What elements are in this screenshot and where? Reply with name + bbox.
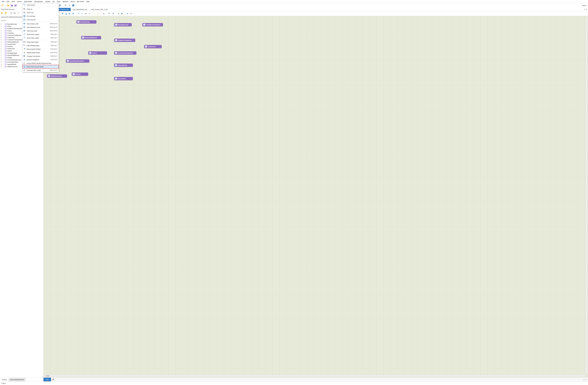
editor-tab[interactable]: DW_Source_DW_3.mdl [89,8,110,11]
diagram-canvas[interactable]: cesStockGroupsBuyingGroupsColdRoomTemper… [43,16,588,378]
tab-data-model-browser[interactable]: Data Model Browser [9,378,26,382]
open-folder-icon[interactable] [7,4,10,7]
expand-icon[interactable]: ⊞ [0,50,2,51]
menu-item-view-element-level[interactable]: View Element LevelShift+Alt+F5 [22,25,59,29]
menu-item-auto-size-all[interactable]: Auto-Size All [22,18,59,22]
rev-eng-icon[interactable] [126,12,129,15]
tab-toolbox[interactable]: Toolbox [0,378,9,382]
connector-2-icon[interactable] [97,12,100,15]
menu-virtualization[interactable]: Virtualization [33,0,44,3]
menu-item-fit-to-screen[interactable]: Fit to Screen [22,14,59,18]
close-icon[interactable]: ✕ [17,12,20,15]
tree-view[interactable]: ⊞┈BuyingGroups⊞┈Cities⊞┈ColdRoomTemperat… [0,23,43,376]
entity-suppliercategories[interactable]: SupplierCategories [114,39,135,42]
entity-coldroomtempera-[interactable]: ColdRoomTempera... [142,23,163,26]
expand-icon[interactable]: ⊞ [0,41,2,43]
menu-view[interactable]: View [10,0,16,3]
save-icon[interactable] [10,4,13,7]
menu-item-infer-relationships[interactable]: Infer RelationshipsShift+Alt+L [22,44,59,47]
menu-item-auto-layout[interactable]: Auto Layout [22,3,59,7]
entity-stockitems[interactable]: StockItems [114,77,133,80]
menu-item-view-key-level[interactable]: View Key LevelShift+Alt+F6 [22,29,59,33]
menu-help[interactable]: Help [85,0,91,3]
align-middle-icon[interactable] [68,12,71,15]
expand-icon[interactable]: ⊞ [0,48,2,49]
menu-item-deploy-data-model[interactable]: Deploy Data ModelShift+Alt+M [22,51,59,54]
expand-icon[interactable]: ⊞ [0,57,2,58]
tab-close-icon[interactable]: ✕ [586,9,587,10]
alias-label-icon[interactable]: A [77,12,80,15]
expand-icon[interactable]: ⊞ [0,52,2,54]
entity-orders[interactable]: Orders [72,72,88,76]
menu-window[interactable]: Window [62,0,69,3]
verb-label-icon[interactable]: V [81,12,84,15]
menu-item-denormalize-entities[interactable]: Denormalize EntitiesShift+Alt+D [22,47,59,51]
horizontal-scrollbar[interactable]: ◂▸ [44,375,587,377]
expand-icon[interactable]: ⊞ [0,66,2,67]
tab-menu-icon[interactable]: ▾ [584,9,585,10]
entity-stockitemstockgro-[interactable]: StockItemStockGro... [66,59,89,63]
expand-icon[interactable]: ⊞ [0,35,2,36]
menu-item-build-dimensional-model[interactable]: Build Dimensional Model [22,65,59,68]
pointer-icon[interactable] [103,12,105,15]
help-icon[interactable]: ? [72,4,75,7]
menu-item-show-alias-labels[interactable]: AShow Alias LabelsShift+Alt+A [22,33,59,36]
menu-item-zoom-in[interactable]: Zoom In [22,7,59,11]
expand-icon[interactable]: ⊞ [0,64,2,65]
entity-colors[interactable]: Colors [88,51,107,55]
tab-main[interactable]: Main [43,378,51,381]
expand-icon[interactable]: ⊞ [0,59,2,61]
vertical-scrollbar[interactable] [586,17,587,374]
menu-tools[interactable]: Tools [56,0,62,3]
db-refresh-icon[interactable] [64,4,67,7]
menu-item-generate-ddl-script[interactable]: Generate DDL ScriptShift+Alt+F2 [22,68,59,72]
expand-icon[interactable]: ⊞ [0,46,2,47]
entity-stateprovinces[interactable]: StateProvinces [47,74,67,78]
menu-file[interactable]: File [1,0,5,3]
expand-icon[interactable]: ⊞ [0,32,2,34]
menu-data-model[interactable]: Data Model [23,0,33,3]
view-mode-2-icon[interactable] [4,12,7,15]
prev-page-icon[interactable]: ◁ [583,379,585,380]
entity-buyinggroups[interactable]: BuyingGroups [114,23,132,26]
chevron-down-icon[interactable]: ▾ [42,376,43,378]
gear-icon[interactable] [88,12,91,15]
denorm-icon[interactable] [112,12,114,15]
entity-customercategories[interactable]: CustomerCategories [114,51,136,55]
editor-tab[interactable]: DW_SaleNOrder.mdl [71,8,89,11]
data-types-icon[interactable]: Abc [84,12,87,15]
menu-item-reverse-engineer[interactable]: Reverse EngineerShift+Alt+E [22,58,59,61]
expand-icon[interactable]: ⊞ [0,55,2,56]
menu-project[interactable]: Project [44,0,51,3]
menu-item-show-data-types[interactable]: AbcShow Data TypesShift+Alt+T [22,40,59,44]
expand-icon[interactable]: ⊞ [0,39,2,40]
menu-item-import-erwin-model-experimental-[interactable]: Import ERWin Model (Experimental) [22,61,59,65]
menu-item-show-verb-labels[interactable]: VShow Verb LabelsShift+Alt+V [22,36,59,40]
connector-1-icon[interactable] [93,12,96,15]
align-top-icon[interactable] [61,12,64,15]
run-icon[interactable] [68,4,71,7]
expand-icon[interactable]: ⊞ [0,37,2,38]
add-tab-icon[interactable] [52,378,54,381]
menu-git[interactable]: Git [51,0,56,3]
expand-icon[interactable]: ⊞ [0,44,2,45]
scroll-thumb[interactable] [46,375,49,377]
menu-server[interactable]: Server [16,0,23,3]
list-view-icon[interactable] [10,12,13,15]
entity-customers[interactable]: Customers [144,45,162,48]
align-center-icon[interactable] [72,12,74,15]
dropdown-arrow-icon[interactable]: ▾ [5,5,6,6]
output-panel-header[interactable]: Output [0,382,588,385]
db-icon[interactable] [59,4,61,7]
next-page-icon[interactable]: ▷ [586,379,587,380]
expand-icon[interactable]: ⊞ [0,23,2,25]
save-all-icon[interactable] [14,4,17,7]
menu-item-view-entity-level[interactable]: View Entity LevelShift+Alt+F4 [22,22,59,25]
change-conn-icon[interactable] [121,12,123,15]
deploy-icon[interactable] [117,12,120,15]
new-icon[interactable] [1,4,4,7]
settings-icon[interactable] [130,12,132,15]
align-bottom-icon[interactable] [65,12,67,15]
entity-deliverymethods[interactable]: DeliveryMethods [81,36,101,39]
dropdown-arrow-icon[interactable]: ▾ [133,13,134,14]
